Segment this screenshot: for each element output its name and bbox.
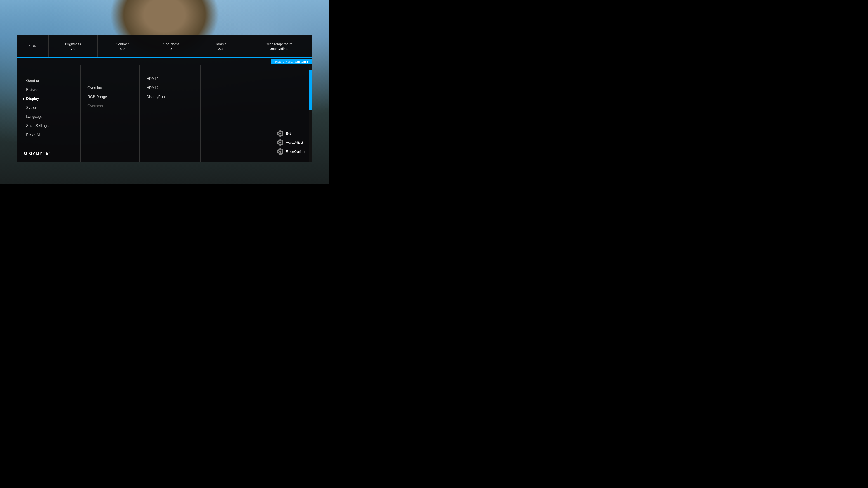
sidebar-item-save-settings[interactable]: Save Settings <box>17 122 80 130</box>
move-adjust-label: Move/Adjust <box>286 141 303 144</box>
header-color-temp: Color Temperature User Define <box>245 35 312 57</box>
picture-mode-text: Picture Mode: <box>275 60 293 63</box>
exit-label: Exit <box>286 132 291 135</box>
sidebar-display-label: Display <box>26 97 39 101</box>
header-bar: SDR Brightness 7 0 Contrast 5 0 Sharpnes… <box>17 35 312 58</box>
right-area: Exit Move/Adjust Enter/Confirm <box>201 65 312 162</box>
option-hdmi2[interactable]: HDMI 2 <box>140 84 200 92</box>
gigabyte-logo: GIGABYTE™ <box>24 151 52 156</box>
controls-area: Exit Move/Adjust Enter/Confirm <box>277 130 305 155</box>
option-hdmi1[interactable]: HDMI 1 <box>140 74 200 83</box>
sidebar-item-system[interactable]: System <box>17 103 80 112</box>
sidebar-item-picture[interactable]: Picture <box>17 86 80 94</box>
exit-icon-ring <box>278 131 283 136</box>
header-brightness: Brightness 7 0 <box>49 35 98 57</box>
main-content: Gaming Picture Display System Language S… <box>17 65 312 162</box>
control-exit: Exit <box>277 130 291 137</box>
sidebar-item-language[interactable]: Language <box>17 112 80 121</box>
color-temp-value: User Define <box>270 47 287 51</box>
scrollbar-thumb[interactable] <box>309 70 312 110</box>
sidebar-item-gaming[interactable]: Gaming <box>17 76 80 85</box>
logo-area: GIGABYTE™ <box>24 151 52 156</box>
sidebar-language-label: Language <box>26 115 42 119</box>
sidebar-gaming-label: Gaming <box>26 78 39 83</box>
sidebar-system-label: System <box>26 106 38 110</box>
scrollbar-track[interactable] <box>309 65 312 162</box>
picture-mode-value: Custom 1 <box>295 60 308 63</box>
option-displayport-label: DisplayPort <box>147 95 165 99</box>
sharpness-label: Sharpness <box>163 42 180 46</box>
enter-confirm-icon-ring <box>278 149 283 154</box>
sdr-label: SDR <box>29 44 36 48</box>
brightness-label: Brightness <box>65 42 81 46</box>
sidebar: Gaming Picture Display System Language S… <box>17 65 81 162</box>
submenu-overscan-label: Overscan <box>88 104 103 108</box>
header-sharpness: Sharpness 5 <box>147 35 196 57</box>
gamma-label: Gamma <box>215 42 226 46</box>
options-column: HDMI 1 HDMI 2 DisplayPort <box>140 65 201 162</box>
gigabyte-trademark: ™ <box>49 151 52 154</box>
sidebar-item-reset-all[interactable]: Reset All <box>17 131 80 139</box>
control-move-adjust: Move/Adjust <box>277 139 303 146</box>
picture-mode-bar: Picture Mode: Custom 1 <box>17 58 312 65</box>
contrast-value: 5 0 <box>120 47 125 51</box>
brightness-value: 7 0 <box>71 47 75 51</box>
header-gamma: Gamma 2.4 <box>196 35 245 57</box>
header-sdr: SDR <box>17 35 49 57</box>
sharpness-value: 5 <box>170 47 172 51</box>
exit-icon <box>277 130 283 137</box>
gamma-value: 2.4 <box>218 47 223 51</box>
gigabyte-logo-text: GIGABYTE <box>24 151 49 156</box>
submenu-item-overscan: Overscan <box>81 102 139 110</box>
picture-mode-indicator: Picture Mode: Custom 1 <box>272 59 312 64</box>
control-enter-confirm: Enter/Confirm <box>277 149 305 155</box>
enter-confirm-label: Enter/Confirm <box>286 150 305 153</box>
submenu-item-overclock[interactable]: Overclock <box>81 84 139 92</box>
move-adjust-icon-ring <box>278 140 283 145</box>
sidebar-save-settings-label: Save Settings <box>26 124 49 128</box>
submenu: Input Overclock RGB Range Overscan <box>81 65 140 162</box>
move-adjust-icon <box>277 139 283 146</box>
contrast-label: Contrast <box>116 42 129 46</box>
submenu-rgb-range-label: RGB Range <box>88 95 107 99</box>
sidebar-picture-label: Picture <box>26 88 37 92</box>
option-hdmi1-label: HDMI 1 <box>147 77 159 80</box>
color-temp-label: Color Temperature <box>265 42 292 46</box>
submenu-input-label: Input <box>88 77 96 80</box>
sidebar-reset-all-label: Reset All <box>26 133 40 137</box>
sidebar-top-divider <box>22 70 22 75</box>
osd-menu: SDR Brightness 7 0 Contrast 5 0 Sharpnes… <box>17 35 312 162</box>
submenu-item-input[interactable]: Input <box>81 74 139 83</box>
submenu-item-rgb-range[interactable]: RGB Range <box>81 93 139 101</box>
option-displayport[interactable]: DisplayPort <box>140 93 200 101</box>
sidebar-item-display[interactable]: Display <box>17 94 80 103</box>
header-contrast: Contrast 5 0 <box>98 35 147 57</box>
enter-confirm-icon <box>277 149 283 155</box>
option-hdmi2-label: HDMI 2 <box>147 86 159 90</box>
submenu-overclock-label: Overclock <box>88 86 103 90</box>
